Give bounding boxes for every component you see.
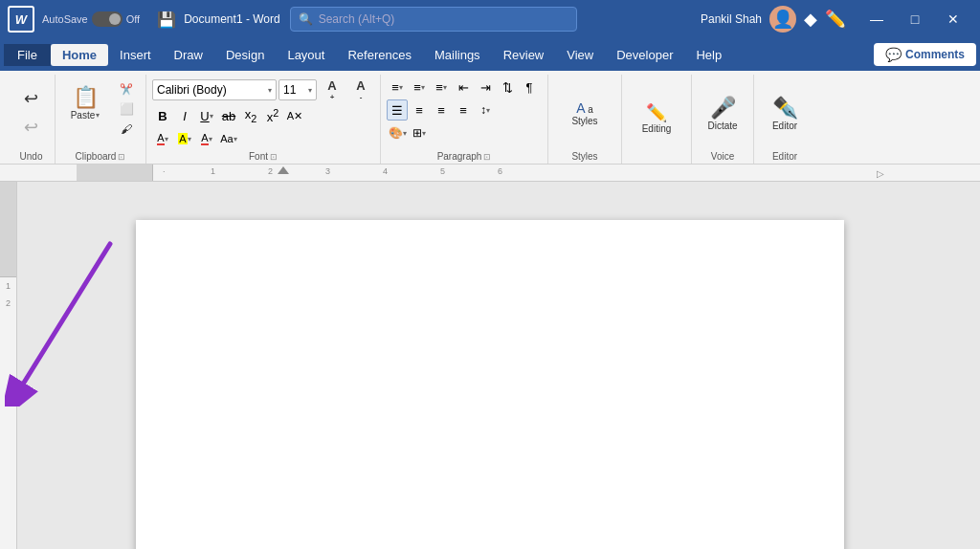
strikethrough-button[interactable]: ab: [218, 105, 239, 126]
paste-label: Paste: [71, 110, 96, 121]
document-page[interactable]: [136, 220, 844, 549]
menu-file[interactable]: File: [4, 44, 51, 66]
close-btn[interactable]: ✕: [934, 5, 972, 33]
font-color-dropdown[interactable]: ▾: [165, 135, 168, 143]
highlight-dropdown[interactable]: ▾: [188, 135, 191, 143]
styles-group: A a Styles Styles: [548, 75, 622, 164]
font-size-box[interactable]: 11 ▾: [278, 79, 317, 100]
menu-references[interactable]: References: [336, 44, 422, 66]
dictate-button[interactable]: 🎤 Dictate: [698, 87, 747, 139]
grow-font-btn[interactable]: A+: [319, 77, 345, 103]
diamond-icon[interactable]: ◆: [804, 9, 817, 30]
menu-mailings[interactable]: Mailings: [423, 44, 492, 66]
ruler-tick: 2: [268, 166, 273, 176]
styles-button[interactable]: A a Styles: [554, 87, 615, 139]
clipboard-expand-icon[interactable]: ⊡: [118, 152, 125, 162]
numbered-list-icon: ≡: [413, 80, 421, 95]
font-name-dropdown[interactable]: ▾: [268, 86, 272, 95]
subscript-button[interactable]: x2: [240, 105, 261, 126]
save-icon[interactable]: 💾: [157, 11, 176, 29]
menu-review[interactable]: Review: [492, 44, 556, 66]
change-case-dropdown[interactable]: ▾: [234, 135, 237, 143]
underline-button[interactable]: U ▾: [196, 105, 217, 126]
highlight-btn[interactable]: A ▾: [174, 128, 195, 149]
strikethrough-icon: ab: [222, 109, 235, 123]
format-painter-button[interactable]: 🖌: [113, 120, 140, 139]
format-row: B I U ▾ ab x2 x2 A✕: [152, 105, 374, 126]
menu-developer[interactable]: Developer: [605, 44, 684, 66]
window-controls: — □ ✕: [858, 5, 972, 33]
line-spacing-dropdown[interactable]: ▾: [486, 106, 490, 115]
borders-btn[interactable]: ⊞ ▾: [409, 122, 430, 143]
title-bar: W AutoSave Off 💾 Document1 - Word 🔍 Sear…: [0, 0, 980, 38]
font-name-box[interactable]: Calibri (Body) ▾: [152, 79, 277, 100]
font-size-value: 11: [283, 83, 296, 97]
paste-button[interactable]: 📋 Paste ▾: [61, 77, 109, 128]
ruler-tick: 1: [211, 166, 215, 176]
paste-dropdown-arrow[interactable]: ▾: [96, 111, 100, 120]
change-case-btn[interactable]: Aa ▾: [218, 128, 239, 149]
clear-format-button[interactable]: A✕: [284, 105, 305, 126]
borders-dropdown[interactable]: ▾: [422, 129, 426, 138]
multilevel-list-btn[interactable]: ≡ ▾: [431, 77, 452, 98]
text-color-btn[interactable]: A ▾: [196, 128, 217, 149]
search-icon: 🔍: [299, 12, 313, 26]
clipboard-label: Clipboard ⊡: [76, 151, 126, 162]
menu-insert[interactable]: Insert: [108, 44, 163, 66]
menu-help[interactable]: Help: [684, 44, 733, 66]
pen-icon[interactable]: ✏️: [825, 9, 846, 30]
underline-icon: U: [200, 109, 209, 123]
comments-button[interactable]: 💬 Comments: [874, 43, 976, 66]
left-indent-marker[interactable]: [278, 166, 289, 174]
editor-button[interactable]: ✒️ Editor: [760, 87, 810, 139]
italic-button[interactable]: I: [174, 105, 195, 126]
autosave-toggle[interactable]: [92, 11, 122, 27]
align-right-btn[interactable]: ≡: [431, 99, 452, 121]
bullet-list-dropdown[interactable]: ▾: [399, 83, 403, 92]
search-box[interactable]: 🔍 Search (Alt+Q): [290, 7, 577, 32]
line-spacing-btn[interactable]: ↕ ▾: [475, 99, 496, 121]
align-center-btn[interactable]: ≡: [409, 99, 430, 121]
numbered-dropdown[interactable]: ▾: [421, 83, 425, 92]
right-indent-marker[interactable]: ▷: [877, 168, 884, 179]
bullet-list-btn[interactable]: ≡ ▾: [387, 77, 408, 98]
editing-label: Editing: [642, 123, 672, 134]
align-left-btn[interactable]: ☰: [387, 99, 408, 121]
increase-indent-btn[interactable]: ⇥: [475, 77, 496, 98]
maximize-btn[interactable]: □: [896, 5, 934, 33]
font-size-dropdown[interactable]: ▾: [308, 86, 312, 95]
minimize-btn[interactable]: —: [858, 5, 896, 33]
shrink-font-btn[interactable]: A-: [347, 77, 374, 103]
text-color-dropdown[interactable]: ▾: [209, 135, 212, 143]
shading-dropdown[interactable]: ▾: [403, 129, 407, 138]
editor-btn-label: Editor: [772, 121, 797, 131]
show-marks-btn[interactable]: ¶: [519, 77, 540, 98]
multilevel-dropdown[interactable]: ▾: [443, 83, 447, 92]
font-expand-icon[interactable]: ⊡: [270, 152, 278, 162]
menu-view[interactable]: View: [555, 44, 605, 66]
editing-icon: ✏️: [646, 102, 667, 123]
underline-dropdown[interactable]: ▾: [210, 112, 213, 121]
numbered-list-btn[interactable]: ≡ ▾: [409, 77, 430, 98]
menu-design[interactable]: Design: [214, 44, 276, 66]
decrease-indent-btn[interactable]: ⇤: [453, 77, 474, 98]
paragraph-expand-icon[interactable]: ⊡: [483, 152, 491, 162]
justify-btn[interactable]: ≡: [453, 99, 474, 121]
sort-btn[interactable]: ⇅: [497, 77, 518, 98]
font-label: Font ⊡: [249, 151, 278, 162]
bold-button[interactable]: B: [152, 105, 173, 126]
editing-button[interactable]: ✏️ Editing: [628, 93, 685, 144]
menu-draw[interactable]: Draw: [163, 44, 214, 66]
redo-button[interactable]: ↩: [18, 114, 45, 141]
menu-home[interactable]: Home: [51, 44, 108, 66]
cut-button[interactable]: ✂️: [113, 80, 140, 99]
undo-button[interactable]: ↩: [18, 85, 45, 112]
font-color-btn[interactable]: A ▾: [152, 128, 173, 149]
ruler-tick: ·: [163, 166, 166, 176]
menu-layout[interactable]: Layout: [276, 44, 336, 66]
superscript-button[interactable]: x2: [262, 105, 283, 126]
ruler-tick: 3: [325, 166, 330, 176]
highlight-icon: A: [178, 133, 187, 144]
shading-btn[interactable]: 🎨 ▾: [387, 122, 408, 143]
copy-button[interactable]: ⬜: [113, 99, 140, 119]
